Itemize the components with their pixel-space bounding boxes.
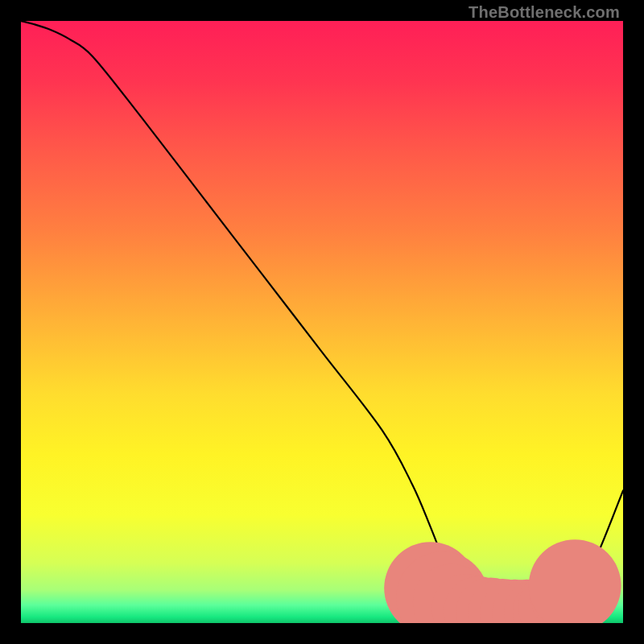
watermark-text: TheBottleneck.com	[469, 3, 620, 22]
chart-svg	[21, 21, 623, 623]
bottleneck-curve	[21, 21, 623, 617]
outer-frame: TheBottleneck.com	[0, 0, 644, 644]
marker-dot	[529, 539, 621, 623]
plot-area	[21, 21, 623, 623]
highlight-markers	[384, 539, 621, 623]
